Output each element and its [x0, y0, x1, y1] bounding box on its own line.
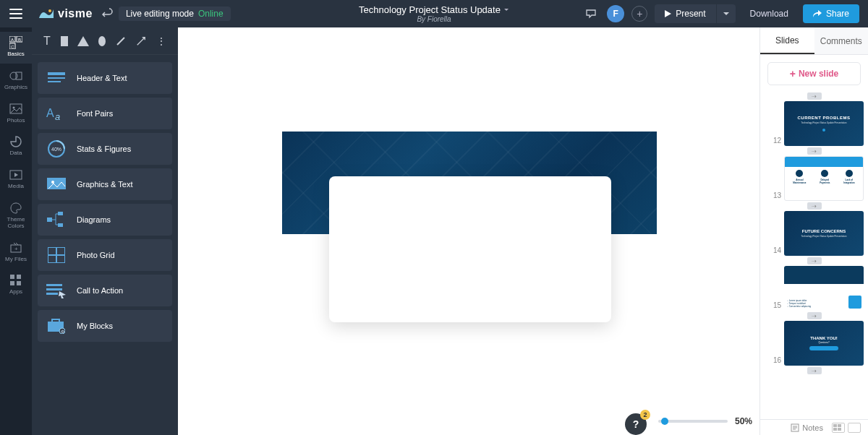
svg-text:A: A — [46, 107, 54, 119]
slide-thumb-16[interactable]: THANK YOU! Questions? — [784, 321, 864, 366]
diagrams-icon — [46, 210, 67, 230]
canvas[interactable]: ? 2 50% — [178, 27, 760, 435]
rail-theme-colors[interactable]: Theme Colors — [0, 197, 32, 236]
photos-icon — [9, 103, 22, 116]
document-title: Technology Project Status Update — [359, 4, 509, 15]
text-shape-button[interactable]: T — [43, 36, 51, 46]
undo-button[interactable] — [101, 7, 114, 20]
rail-apps[interactable]: Apps — [0, 270, 32, 301]
data-icon — [9, 135, 22, 148]
svg-text:⚙: ⚙ — [61, 330, 64, 334]
call-to-action-icon — [46, 280, 67, 301]
block-stats-figures[interactable]: 40% Stats & Figures — [38, 133, 172, 165]
help-button[interactable]: ? 2 — [625, 413, 647, 435]
topbar: visme Live editing mode Online Technolog… — [0, 0, 868, 27]
add-collaborator-button[interactable]: + — [631, 6, 647, 22]
transition-icon[interactable]: ⇢ — [807, 147, 822, 155]
svg-rect-14 — [10, 275, 14, 279]
rail-my-files[interactable]: + My Files — [0, 237, 32, 269]
svg-point-0 — [48, 9, 51, 12]
slide-thumb-13[interactable]: AnnualMaintenance DelayedPayments Lack o… — [784, 156, 864, 201]
present-button[interactable]: Present — [655, 4, 715, 23]
hamburger-icon — [9, 9, 22, 19]
slide-thumb-15[interactable]: ○ Lorem ipsum dolor○ Tempor incididunt○ … — [784, 266, 864, 311]
slide-thumbnails[interactable]: ⇢ 12 CURRENT PROBLEMS Technology Project… — [760, 91, 868, 419]
block-diagrams[interactable]: Diagrams — [38, 204, 172, 236]
grid-view-button[interactable] — [832, 423, 845, 433]
svg-text:a: a — [55, 111, 60, 121]
svg-rect-15 — [17, 275, 21, 279]
slide-content-card[interactable] — [329, 176, 611, 322]
topbar-right: F + Present Download Share — [582, 4, 868, 23]
line-shape-button[interactable] — [116, 36, 126, 46]
single-view-button[interactable] — [848, 423, 861, 433]
svg-text:B: B — [18, 38, 21, 42]
my-blocks-icon: ⚙ — [46, 316, 67, 336]
editing-mode-pill[interactable]: Live editing mode Online — [119, 7, 231, 21]
svg-rect-29 — [58, 223, 63, 227]
svg-rect-17 — [17, 281, 21, 285]
rail-data[interactable]: Data — [0, 131, 32, 163]
transition-icon[interactable]: ⇢ — [807, 202, 822, 210]
triangle-shape-button[interactable] — [78, 36, 88, 46]
notes-button[interactable]: Notes — [791, 423, 823, 432]
block-my-blocks[interactable]: ⚙ My Blocks — [38, 310, 172, 342]
tab-comments[interactable]: Comments — [814, 27, 869, 54]
transition-icon[interactable]: ⇢ — [807, 257, 822, 264]
media-icon — [9, 168, 22, 181]
block-header-text[interactable]: Header & Text — [38, 62, 172, 94]
svg-point-10 — [13, 106, 15, 108]
square-shape-button[interactable] — [61, 36, 68, 46]
document-author: By Fiorella — [359, 15, 509, 23]
tab-slides[interactable]: Slides — [760, 27, 814, 54]
svg-text:+: + — [14, 246, 18, 252]
right-bottom-bar: Notes — [760, 419, 868, 435]
my-files-icon: + — [9, 241, 22, 254]
theme-colors-icon — [9, 202, 22, 215]
rail-basics[interactable]: ABC Basics — [0, 32, 32, 64]
logo[interactable]: visme — [38, 7, 93, 20]
rail-photos[interactable]: Photos — [0, 98, 32, 130]
svg-text:40%: 40% — [51, 147, 61, 152]
user-avatar[interactable]: F — [607, 5, 624, 22]
photo-grid-icon — [46, 245, 67, 265]
svg-rect-19 — [48, 77, 65, 79]
block-font-pairs[interactable]: Aa Font Pairs — [38, 98, 172, 129]
block-photo-grid[interactable]: Photo Grid — [38, 239, 172, 271]
chevron-down-icon[interactable] — [503, 7, 509, 13]
basics-icon: ABC — [9, 36, 22, 49]
new-slide-button[interactable]: +New slide — [767, 62, 861, 85]
block-graphics-text[interactable]: Graphics & Text — [38, 168, 172, 200]
blocks-panel: T ⋮ Header & Text Aa Font Pairs 40% Stat… — [32, 27, 178, 435]
transition-icon[interactable]: ⇢ — [807, 92, 822, 100]
share-button[interactable]: Share — [803, 4, 859, 23]
download-button[interactable]: Download — [743, 4, 796, 23]
right-panel-tabs: Slides Comments — [760, 27, 868, 55]
view-toggle — [832, 423, 861, 433]
svg-rect-20 — [48, 81, 61, 82]
more-shapes-button[interactable]: ⋮ — [156, 36, 166, 46]
mode-status: Online — [198, 9, 224, 19]
slide-thumb-12[interactable]: CURRENT PROBLEMS Technology Project Stat… — [784, 101, 864, 146]
svg-rect-27 — [47, 218, 52, 222]
zoom-slider-thumb[interactable] — [661, 418, 668, 425]
svg-rect-28 — [58, 212, 63, 215]
arrow-shape-button[interactable] — [136, 36, 146, 46]
shape-toolbar: T ⋮ — [32, 27, 178, 55]
slide-thumb-14[interactable]: FUTURE CONCERNS Technology Project Statu… — [784, 211, 864, 256]
rail-graphics[interactable]: Graphics — [0, 65, 32, 97]
rail-media[interactable]: Media — [0, 164, 32, 196]
stats-figures-icon: 40% — [46, 139, 67, 159]
comments-icon[interactable] — [582, 5, 600, 22]
circle-shape-button[interactable] — [98, 36, 106, 46]
block-call-to-action[interactable]: Call to Action — [38, 275, 172, 306]
transition-icon[interactable]: ⇢ — [807, 312, 822, 319]
svg-rect-35 — [46, 293, 58, 295]
svg-rect-18 — [48, 72, 65, 75]
document-title-area[interactable]: Technology Project Status Update By Fior… — [359, 4, 509, 23]
present-dropdown[interactable] — [716, 4, 736, 23]
zoom-slider[interactable] — [658, 420, 728, 423]
menu-hamburger[interactable] — [0, 0, 32, 27]
transition-icon[interactable]: ⇢ — [807, 367, 822, 374]
svg-text:A: A — [11, 38, 14, 42]
